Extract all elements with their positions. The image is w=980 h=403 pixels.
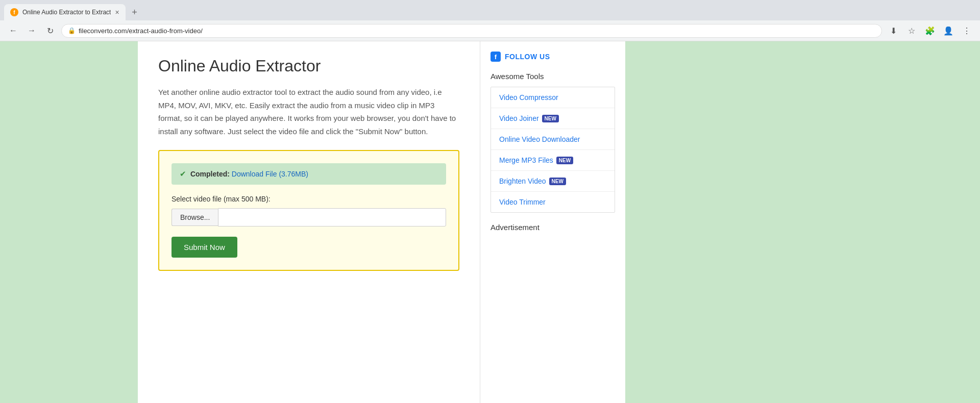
completed-label: Completed:: [190, 170, 230, 178]
address-text: fileconverto.com/extract-audio-from-vide…: [79, 27, 203, 35]
facebook-icon: f: [491, 52, 501, 62]
new-badge: NEW: [549, 178, 566, 185]
tab-favicon: f: [10, 8, 18, 16]
select-label: Select video file (max 500 MB):: [172, 195, 446, 203]
tool-link[interactable]: Video Trimmer: [499, 198, 546, 206]
awesome-tools-title: Awesome Tools: [491, 72, 615, 81]
forward-button[interactable]: →: [24, 23, 39, 38]
tools-list: Video CompressorVideo JoinerNEWOnline Vi…: [491, 87, 615, 212]
submit-button[interactable]: Submit Now: [172, 237, 237, 258]
far-right-sidebar: [625, 41, 980, 403]
right-sidebar: f FOLLOW US Awesome Tools Video Compress…: [480, 41, 625, 403]
toolbar-right: ⬇ ☆ 🧩 👤 ⋮: [886, 23, 974, 38]
extension-icon[interactable]: 🧩: [923, 23, 937, 38]
upload-box: ✔ Completed: Download File (3.76MB) Sele…: [158, 150, 459, 271]
file-input-row: Browse...: [172, 208, 446, 226]
download-link[interactable]: Download File (3.76MB): [232, 170, 308, 178]
page-body: Online Audio Extractor Yet another onlin…: [0, 41, 980, 403]
list-item[interactable]: Brighten VideoNEW: [491, 171, 615, 192]
list-item[interactable]: Merge MP3 FilesNEW: [491, 150, 615, 171]
more-menu-icon[interactable]: ⋮: [960, 23, 974, 38]
tab-bar: f Online Audio Extractor to Extract × +: [0, 0, 980, 20]
tool-link[interactable]: Video Joiner: [499, 114, 539, 122]
browse-button[interactable]: Browse...: [172, 209, 218, 226]
address-bar[interactable]: 🔒 fileconverto.com/extract-audio-from-vi…: [61, 24, 882, 38]
follow-us-label: FOLLOW US: [505, 53, 550, 61]
advertisement-title: Advertisement: [491, 223, 615, 232]
description: Yet another online audio extractor tool …: [158, 86, 459, 138]
list-item[interactable]: Video JoinerNEW: [491, 108, 615, 129]
download-icon[interactable]: ⬇: [886, 23, 900, 38]
address-bar-row: ← → ↻ 🔒 fileconverto.com/extract-audio-f…: [0, 20, 980, 41]
tools-list-container: Video CompressorVideo JoinerNEWOnline Vi…: [491, 87, 615, 213]
tool-link[interactable]: Brighten Video: [499, 177, 546, 185]
follow-us-row: f FOLLOW US: [491, 52, 615, 62]
browser-chrome: f Online Audio Extractor to Extract × + …: [0, 0, 980, 41]
profile-icon[interactable]: 👤: [941, 23, 955, 38]
tool-link[interactable]: Merge MP3 Files: [499, 156, 553, 164]
tool-link[interactable]: Video Compressor: [499, 93, 558, 102]
back-button[interactable]: ←: [6, 23, 20, 38]
new-badge: NEW: [556, 157, 573, 164]
page-title: Online Audio Extractor: [158, 57, 459, 75]
bookmark-icon[interactable]: ☆: [904, 23, 919, 38]
completed-banner: ✔ Completed: Download File (3.76MB): [172, 163, 446, 185]
active-tab[interactable]: f Online Audio Extractor to Extract ×: [4, 4, 126, 20]
tab-close-button[interactable]: ×: [115, 9, 119, 16]
tool-link[interactable]: Online Video Downloader: [499, 135, 580, 143]
file-name-display: [218, 208, 446, 226]
list-item[interactable]: Video Compressor: [491, 87, 615, 108]
new-badge: NEW: [542, 115, 559, 122]
left-sidebar: [0, 41, 138, 403]
refresh-button[interactable]: ↻: [43, 23, 57, 38]
main-content: Online Audio Extractor Yet another onlin…: [138, 41, 480, 403]
tab-title: Online Audio Extractor to Extract: [22, 9, 111, 16]
new-tab-button[interactable]: +: [128, 5, 142, 19]
checkmark-icon: ✔: [180, 169, 186, 178]
list-item[interactable]: Video Trimmer: [491, 192, 615, 212]
list-item[interactable]: Online Video Downloader: [491, 129, 615, 150]
lock-icon: 🔒: [68, 27, 76, 34]
